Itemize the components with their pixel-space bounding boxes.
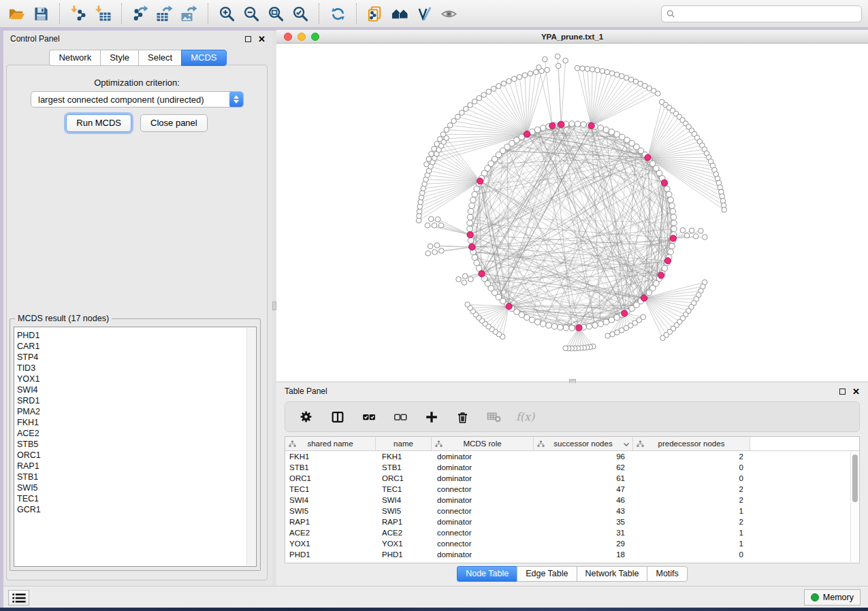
graph-node[interactable] (468, 208, 474, 214)
select-all-checks-button[interactable] (359, 408, 378, 426)
graph-leaf-node[interactable] (462, 274, 468, 279)
refresh-arrows-button[interactable] (325, 2, 350, 25)
mcds-result-item[interactable]: TEC1 (17, 493, 256, 504)
graph-leaf-node[interactable] (432, 222, 437, 228)
graph-node[interactable] (474, 186, 480, 192)
graph-leaf-node[interactable] (434, 243, 440, 248)
eye-button[interactable] (436, 2, 461, 25)
cell[interactable]: 62 (534, 463, 633, 472)
graph-leaf-node[interactable] (605, 333, 611, 339)
cell[interactable]: TEC1 (285, 485, 376, 493)
graph-node[interactable] (540, 321, 546, 327)
cell[interactable]: STB1 (285, 463, 376, 472)
mcds-result-item[interactable]: YOX1 (17, 374, 256, 384)
v-slash-button[interactable] (412, 2, 436, 25)
plus-button[interactable] (422, 408, 440, 426)
graph-leaf-node[interactable] (464, 106, 469, 112)
open-folder-button[interactable] (4, 2, 29, 25)
graph-leaf-node[interactable] (465, 302, 470, 308)
cell[interactable]: 1 (633, 529, 750, 537)
cell[interactable]: ORC1 (376, 474, 432, 482)
graph-leaf-node[interactable] (680, 227, 686, 233)
graph-mcds-node[interactable] (658, 272, 664, 278)
graph-node[interactable] (671, 220, 677, 226)
graph-leaf-node[interactable] (689, 228, 694, 233)
graph-leaf-node[interactable] (426, 156, 432, 162)
table-row[interactable]: YOX1YOX1connector291 (285, 538, 859, 549)
table-row[interactable]: TEC1TEC1connector472 (285, 484, 859, 495)
graph-leaf-node[interactable] (491, 86, 496, 92)
split-columns-button[interactable] (328, 408, 347, 426)
network-graph[interactable] (276, 44, 868, 381)
graph-leaf-node[interactable] (703, 235, 708, 240)
cell[interactable]: TEC1 (376, 485, 432, 493)
graph-leaf-node[interactable] (440, 132, 446, 137)
optimization-criterion-select[interactable]: largest connected component (undirected) (31, 91, 244, 108)
mcds-result-item[interactable]: STB5 (17, 439, 256, 450)
houses-button[interactable] (387, 2, 412, 25)
minimize-window-icon[interactable] (298, 33, 306, 41)
graph-node[interactable] (614, 314, 620, 320)
table-panel-close-icon[interactable]: ✕ (852, 387, 860, 396)
cell[interactable]: 47 (534, 485, 633, 493)
graph-leaf-node[interactable] (477, 95, 482, 101)
column-header-name[interactable]: name (376, 437, 432, 450)
zoom-out-button[interactable] (239, 2, 263, 25)
graph-leaf-node[interactable] (660, 335, 666, 341)
table-row[interactable]: ACE2ACE2connector311 (285, 527, 859, 538)
graph-node[interactable] (669, 203, 675, 209)
graph-mcds-node[interactable] (479, 271, 485, 277)
graph-leaf-node[interactable] (456, 277, 462, 282)
memory-button[interactable]: Memory (804, 589, 861, 606)
cell[interactable]: 2 (633, 496, 750, 504)
graph-leaf-node[interactable] (437, 137, 443, 142)
cell[interactable]: ORC1 (285, 474, 376, 482)
graph-node[interactable] (603, 319, 609, 325)
table-row[interactable]: FKH1FKH1dominator962 (285, 451, 859, 462)
column-header-successor-nodes[interactable]: successor nodes (534, 437, 633, 450)
table-panel-float-icon[interactable] (839, 389, 846, 395)
tab-network[interactable]: Network (49, 50, 100, 66)
graph-leaf-node[interactable] (444, 127, 449, 133)
close-panel-button[interactable]: Close panel (140, 114, 208, 132)
search-box[interactable] (661, 5, 862, 22)
graph-leaf-node[interactable] (472, 99, 477, 104)
search-input[interactable] (679, 10, 856, 19)
cell[interactable]: STB1 (376, 463, 432, 472)
cell[interactable]: SWI5 (285, 507, 376, 515)
table-row[interactable]: STB1STB1dominator620 (285, 462, 859, 473)
graph-node[interactable] (534, 319, 541, 325)
cell[interactable]: 46 (534, 496, 633, 504)
cell[interactable]: 35 (534, 518, 633, 526)
cell[interactable]: dominator (432, 452, 534, 461)
graph-leaf-node[interactable] (428, 216, 434, 222)
control-panel-close-icon[interactable]: ✕ (258, 35, 266, 44)
cell[interactable]: 0 (633, 474, 750, 482)
graph-mcds-node[interactable] (467, 231, 473, 237)
column-header-shared-name[interactable]: shared name (285, 437, 376, 450)
graph-node[interactable] (546, 323, 552, 329)
graph-leaf-node[interactable] (585, 66, 590, 71)
graph-leaf-node[interactable] (522, 73, 528, 78)
graph-leaf-node[interactable] (543, 56, 548, 62)
graph-mcds-node[interactable] (661, 180, 667, 186)
graph-leaf-node[interactable] (462, 280, 467, 286)
mcds-result-item[interactable]: TID3 (17, 363, 256, 374)
cell[interactable]: dominator (432, 474, 534, 482)
cell[interactable]: SWI5 (376, 507, 432, 515)
graph-node[interactable] (598, 125, 604, 131)
graph-mcds-node[interactable] (524, 131, 530, 137)
graph-mcds-node[interactable] (558, 121, 564, 127)
graph-leaf-node[interactable] (428, 244, 433, 249)
graph-leaf-node[interactable] (610, 331, 615, 337)
cell[interactable]: SWI4 (285, 496, 376, 504)
graph-node[interactable] (563, 325, 569, 331)
mcds-result-item[interactable]: FKH1 (17, 417, 256, 428)
tab-motifs[interactable]: Motifs (647, 566, 687, 582)
graph-node[interactable] (558, 325, 564, 331)
cell[interactable]: dominator (432, 496, 534, 504)
tab-edge-table[interactable]: Edge Table (517, 566, 576, 582)
graph-leaf-node[interactable] (536, 65, 542, 70)
graph-node[interactable] (467, 214, 473, 220)
cell[interactable]: 61 (534, 474, 633, 482)
